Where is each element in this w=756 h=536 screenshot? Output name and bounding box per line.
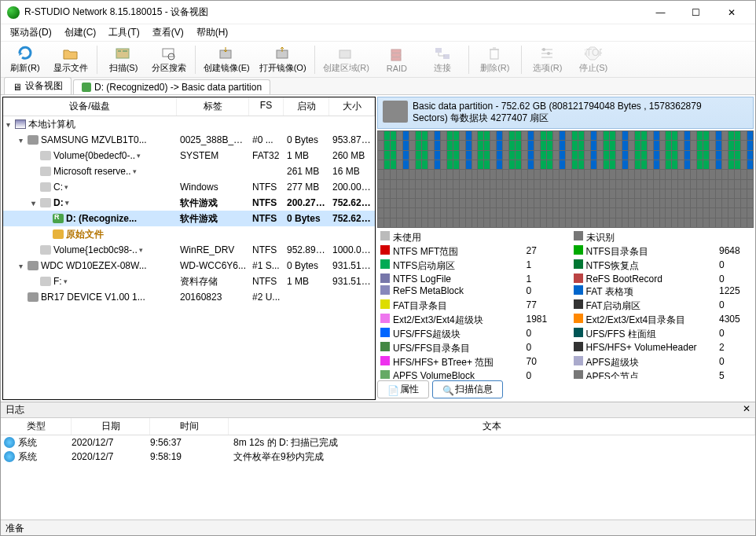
legend-value: 0 — [719, 259, 750, 273]
legend-value: 5 — [719, 370, 750, 379]
col-label[interactable]: 标签 — [177, 97, 249, 116]
tree-row[interactable]: BR17 DEVICE V1.00 1...20160823#2 U... — [3, 289, 375, 305]
refresh-button[interactable]: 刷新(R) — [4, 43, 46, 76]
log-header: 日志✕ — [1, 402, 755, 418]
tab-scan-info[interactable]: 🔍扫描信息 — [432, 380, 503, 398]
tree-row[interactable]: 原始文件 — [3, 226, 375, 242]
dropdown-icon[interactable]: ▾ — [62, 277, 69, 285]
legend-value — [527, 231, 558, 244]
legend-label: APFS个节点 — [586, 370, 718, 379]
raid-button[interactable]: RAID — [376, 43, 418, 76]
info-pane: Basic data partition - 752.62 GB (808121… — [377, 97, 754, 400]
menu-view[interactable]: 查看(V) — [146, 24, 190, 41]
logcol-type[interactable]: 类型 — [1, 418, 72, 435]
menu-tools[interactable]: 工具(T) — [102, 24, 145, 41]
dropdown-icon[interactable]: ▾ — [138, 246, 145, 254]
menu-create[interactable]: 创建(C) — [58, 24, 103, 41]
tree-row[interactable]: Microsoft reserve..▾261 MB16 MB — [3, 163, 375, 179]
minimize-button[interactable]: — — [643, 2, 678, 24]
tree-row[interactable]: ▾SAMSUNG MZVLB1T0...0025_388B_9...#0 ...… — [3, 132, 375, 148]
tree-row[interactable]: Volume{0bedecf0-..▾SYSTEMFAT321 MB260 MB — [3, 148, 375, 163]
region-search-button[interactable]: 分区搜索 — [148, 43, 190, 76]
legend-swatch — [574, 299, 583, 309]
options-button[interactable]: 选项(R) — [527, 43, 569, 76]
delete-icon — [486, 46, 504, 61]
create-region-button[interactable]: 创建区域(R) — [320, 43, 372, 76]
legend-value: 2 — [719, 342, 750, 355]
scan-map[interactable] — [377, 130, 754, 228]
connect-button[interactable]: 连接 — [421, 43, 464, 76]
computer-icon — [15, 119, 26, 129]
svg-rect-11 — [435, 48, 442, 53]
create-region-icon — [337, 46, 354, 61]
maximize-button[interactable]: ☐ — [678, 2, 714, 24]
logcol-date[interactable]: 日期 — [72, 418, 150, 435]
legend-swatch — [380, 274, 390, 283]
document-tabs: 🖥设备视图 D: (Recognized0) -> Basic data par… — [1, 78, 755, 95]
svg-rect-12 — [443, 54, 450, 59]
window-title: R-STUDIO Network 8.15.180015 - 设备视图 — [24, 6, 643, 19]
legend-label: FAT启动扇区 — [586, 299, 718, 313]
tree-root[interactable]: ▾本地计算机 — [3, 116, 375, 132]
dropdown-icon[interactable]: ▾ — [64, 199, 71, 207]
tree-row[interactable]: F:▾资料存储NTFS1 MB931.51 ... — [3, 274, 375, 289]
tab-recognized[interactable]: D: (Recognized0) -> Basic data partition — [73, 79, 270, 94]
col-device[interactable]: 设备/磁盘 — [3, 97, 177, 116]
dropdown-icon[interactable]: ▾ — [135, 152, 142, 160]
legend-swatch — [380, 231, 390, 240]
legend-label: Ext2/Ext3/Ext4超级块 — [393, 314, 525, 327]
col-fs[interactable]: FS — [249, 97, 284, 116]
partition-header: Basic data partition - 752.62 GB (808121… — [377, 97, 754, 129]
log-close-button[interactable]: ✕ — [743, 403, 750, 417]
legend-value: 0 — [527, 370, 558, 379]
info-tabs: 📄属性 🔍扫描信息 — [377, 379, 754, 400]
refresh-icon — [17, 46, 34, 61]
legend-value: 0 — [719, 356, 750, 369]
legend-label: HFS/HFS+ BTree+ 范围 — [393, 356, 525, 369]
col-start[interactable]: 启动 — [284, 97, 329, 116]
legend-label: HFS/HFS+ VolumeHeader — [586, 342, 718, 355]
log-row[interactable]: 系统2020/12/79:56:378m 12s 的 D: 扫描已完成 — [1, 435, 755, 450]
legend-swatch — [380, 314, 390, 323]
toolbar: 刷新(R) 显示文件 扫描(S) 分区搜索 创建镜像(E) 打开镜像(O) 创建… — [1, 42, 755, 78]
menu-drive[interactable]: 驱动器(D) — [4, 24, 58, 41]
menu-help[interactable]: 帮助(H) — [190, 24, 235, 41]
delete-button[interactable]: 删除(R) — [474, 43, 516, 76]
open-image-button[interactable]: 打开镜像(O) — [256, 43, 310, 76]
create-image-button[interactable]: 创建镜像(E) — [200, 43, 253, 76]
close-button[interactable]: ✕ — [714, 2, 749, 24]
legend-value: 4305 — [719, 314, 750, 327]
svg-rect-10 — [391, 57, 401, 61]
scan-button[interactable]: 扫描(S) — [102, 43, 145, 76]
raid-icon — [388, 47, 406, 63]
legend-swatch — [380, 356, 390, 365]
tab-device-view[interactable]: 🖥设备视图 — [4, 77, 72, 94]
logcol-time[interactable]: 时间 — [150, 418, 229, 435]
vol-icon — [40, 198, 51, 207]
log-row[interactable]: 系统2020/12/79:58:19文件枚举在9秒内完成 — [1, 450, 755, 464]
stop-button[interactable]: STOP停止(S) — [572, 43, 615, 76]
svg-rect-2 — [123, 50, 127, 52]
tree-row[interactable]: ▾WDC WD10EZEX-08W...WD-WCC6Y6...#1 S...0… — [3, 258, 375, 274]
legend-label: UFS/FFS超级块 — [393, 328, 525, 341]
legend-value: 0 — [527, 285, 558, 299]
show-files-button[interactable]: 显示文件 — [50, 43, 92, 76]
legend-swatch — [380, 299, 390, 309]
svg-rect-9 — [391, 53, 401, 57]
tree-row[interactable]: D: (Recognize...软件游戏NTFS0 Bytes752.62 ..… — [3, 211, 375, 226]
scan-legend: 未使用未识别NTFS MFT范围27NTFS目录条目9648NTFS启动扇区1N… — [377, 229, 754, 379]
tree-row[interactable]: Volume{1ecb0c98-..▾WinRE_DRVNTFS952.89 .… — [3, 242, 375, 258]
legend-value — [719, 231, 750, 244]
tree-row[interactable]: ▾D:▾软件游戏NTFS200.27 ...752.62 ... — [3, 195, 375, 211]
tab-properties[interactable]: 📄属性 — [377, 380, 429, 398]
legend-swatch — [380, 328, 390, 337]
legend-label: FAT 表格项 — [586, 285, 718, 299]
dropdown-icon[interactable]: ▾ — [63, 183, 70, 191]
create-image-icon — [218, 46, 235, 61]
col-size[interactable]: 大小 — [329, 97, 375, 116]
logcol-text[interactable]: 文本 — [229, 418, 755, 435]
dropdown-icon[interactable]: ▾ — [131, 167, 138, 175]
tree-row[interactable]: C:▾WindowsNTFS277 MB200.00 ... — [3, 179, 375, 195]
legend-swatch — [380, 285, 390, 295]
legend-label: Ext2/Ext3/Ext4目录条目 — [586, 314, 718, 327]
